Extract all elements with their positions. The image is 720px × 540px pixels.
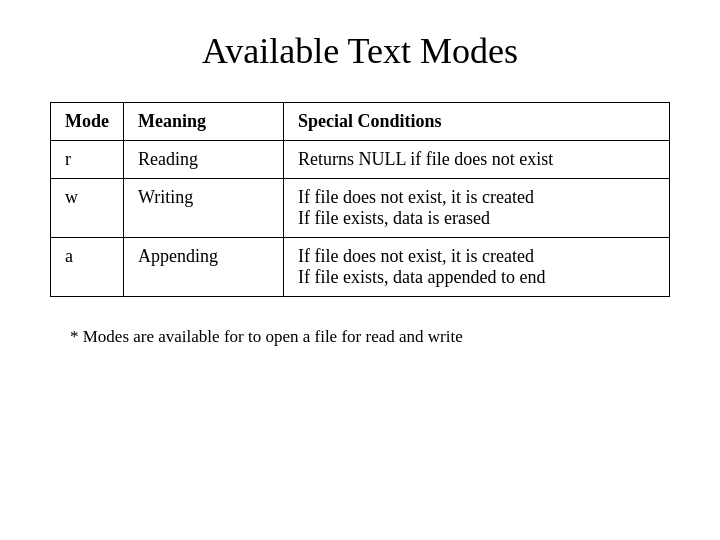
condition-line: Returns NULL if file does not exist [298,149,655,170]
condition-line: If file does not exist, it is created [298,246,655,267]
modes-table: Mode Meaning Special Conditions rReading… [50,102,670,297]
cell-conditions-2: If file does not exist, it is createdIf … [284,238,670,297]
page: Available Text Modes Mode Meaning Specia… [0,0,720,540]
table-row: rReadingReturns NULL if file does not ex… [51,141,670,179]
cell-conditions-0: Returns NULL if file does not exist [284,141,670,179]
header-meaning: Meaning [124,103,284,141]
condition-line: If file exists, data is erased [298,208,655,229]
header-conditions: Special Conditions [284,103,670,141]
cell-mode-2: a [51,238,124,297]
cell-meaning-2: Appending [124,238,284,297]
footnote: * Modes are available for to open a file… [50,327,463,347]
header-mode: Mode [51,103,124,141]
table-row: aAppendingIf file does not exist, it is … [51,238,670,297]
cell-mode-1: w [51,179,124,238]
condition-line: If file does not exist, it is created [298,187,655,208]
cell-meaning-0: Reading [124,141,284,179]
condition-line: If file exists, data appended to end [298,267,655,288]
table-header-row: Mode Meaning Special Conditions [51,103,670,141]
table-wrapper: Mode Meaning Special Conditions rReading… [50,102,670,297]
cell-mode-0: r [51,141,124,179]
cell-meaning-1: Writing [124,179,284,238]
table-row: wWritingIf file does not exist, it is cr… [51,179,670,238]
cell-conditions-1: If file does not exist, it is createdIf … [284,179,670,238]
page-title: Available Text Modes [202,30,518,72]
